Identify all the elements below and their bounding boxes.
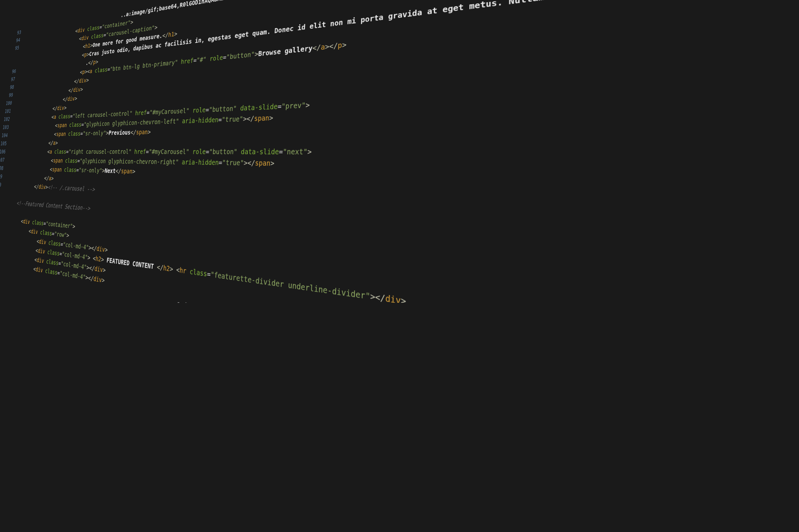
line-number: 110 [0,180,2,189]
line-number: 97 [6,75,16,84]
line-number: 111 [0,188,1,197]
line-number [8,59,18,68]
line-number: 103 [0,123,9,131]
line-number: 96 [7,67,17,76]
line-number: 107 [0,155,5,164]
line-number: 104 [0,131,8,139]
line-number: 109 [0,172,3,180]
line-number: 98 [5,83,15,92]
line-number: 101 [2,107,12,115]
line-number: 102 [1,115,10,124]
line-number: 100 [3,99,13,107]
line-number: 105 [0,139,7,148]
line-number: 99 [4,91,14,99]
code-editor[interactable]: 939495 969798991001011021031041051061071… [0,0,799,303]
line-number: 108 [0,164,4,172]
code-content[interactable]: ..a:image/gif;base64,R0lGOD1hAQABAIAAAFV… [0,0,799,303]
line-number: 106 [0,148,6,156]
